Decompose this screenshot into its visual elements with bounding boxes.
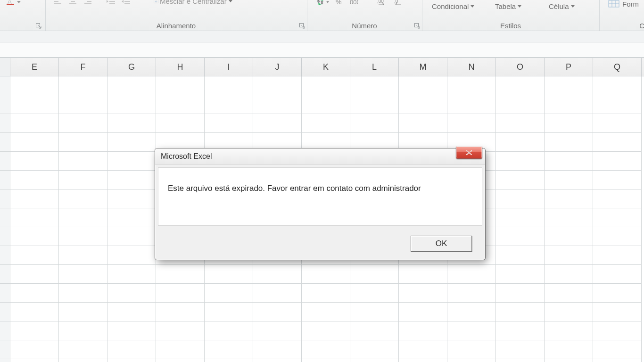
cell[interactable] bbox=[10, 227, 59, 246]
cell[interactable] bbox=[447, 76, 496, 95]
cell[interactable] bbox=[593, 265, 642, 284]
cell[interactable] bbox=[545, 208, 593, 227]
cell[interactable] bbox=[399, 340, 447, 359]
cell[interactable] bbox=[302, 114, 350, 133]
cell[interactable] bbox=[107, 284, 156, 303]
cell[interactable] bbox=[350, 114, 399, 133]
cell[interactable] bbox=[156, 95, 205, 114]
row-header[interactable] bbox=[0, 246, 10, 265]
cell[interactable] bbox=[399, 114, 447, 133]
row-header[interactable] bbox=[0, 265, 10, 284]
cell[interactable] bbox=[350, 95, 399, 114]
column-header[interactable]: I bbox=[205, 58, 253, 76]
column-header[interactable]: N bbox=[447, 58, 496, 76]
cell[interactable] bbox=[10, 265, 59, 284]
column-header[interactable]: L bbox=[350, 58, 399, 76]
row-header[interactable] bbox=[0, 95, 10, 114]
cell[interactable] bbox=[107, 359, 156, 362]
column-header[interactable]: M bbox=[399, 58, 447, 76]
column-header[interactable]: H bbox=[156, 58, 205, 76]
cell[interactable] bbox=[205, 76, 253, 95]
format-cells-button[interactable]: Form bbox=[622, 0, 639, 8]
cell[interactable] bbox=[302, 321, 350, 340]
cell[interactable] bbox=[593, 152, 642, 171]
font-dialog-launcher[interactable] bbox=[36, 22, 41, 28]
cell[interactable] bbox=[496, 284, 545, 303]
cell[interactable] bbox=[545, 76, 593, 95]
cell[interactable] bbox=[496, 95, 545, 114]
decrease-decimal-button[interactable]: ,0 bbox=[394, 0, 405, 5]
comma-format-button[interactable]: 000 bbox=[350, 0, 358, 5]
column-header[interactable]: F bbox=[59, 58, 107, 76]
cell[interactable] bbox=[205, 321, 253, 340]
cell[interactable] bbox=[205, 95, 253, 114]
cell[interactable] bbox=[205, 340, 253, 359]
dialog-close-button[interactable] bbox=[456, 147, 482, 159]
cell[interactable] bbox=[156, 265, 205, 284]
cell[interactable] bbox=[302, 265, 350, 284]
cell[interactable] bbox=[107, 246, 156, 265]
cell[interactable] bbox=[107, 265, 156, 284]
cell[interactable] bbox=[107, 152, 156, 171]
cell[interactable] bbox=[350, 359, 399, 362]
cell[interactable] bbox=[10, 152, 59, 171]
cell[interactable] bbox=[205, 265, 253, 284]
column-header[interactable]: P bbox=[545, 58, 593, 76]
cell[interactable] bbox=[59, 340, 107, 359]
cell[interactable] bbox=[350, 265, 399, 284]
cell[interactable] bbox=[10, 284, 59, 303]
cell[interactable] bbox=[107, 208, 156, 227]
cell[interactable] bbox=[302, 340, 350, 359]
cell[interactable] bbox=[593, 321, 642, 340]
cell[interactable] bbox=[447, 303, 496, 321]
row-header[interactable] bbox=[0, 76, 10, 95]
row-header[interactable] bbox=[0, 189, 10, 208]
cell[interactable] bbox=[156, 303, 205, 321]
cell[interactable] bbox=[253, 303, 302, 321]
cell[interactable] bbox=[205, 359, 253, 362]
cell[interactable] bbox=[253, 114, 302, 133]
cell[interactable] bbox=[253, 340, 302, 359]
cell[interactable] bbox=[10, 321, 59, 340]
row-header[interactable] bbox=[0, 171, 10, 189]
cell[interactable] bbox=[545, 133, 593, 152]
cell[interactable] bbox=[350, 340, 399, 359]
cell[interactable] bbox=[447, 114, 496, 133]
cell[interactable] bbox=[59, 171, 107, 189]
number-dialog-launcher[interactable] bbox=[414, 22, 420, 28]
row-header[interactable] bbox=[0, 227, 10, 246]
cell[interactable] bbox=[545, 152, 593, 171]
percent-format-button[interactable]: % bbox=[336, 0, 344, 5]
cell[interactable] bbox=[205, 114, 253, 133]
cell[interactable] bbox=[59, 76, 107, 95]
cell[interactable] bbox=[496, 303, 545, 321]
cell[interactable] bbox=[302, 359, 350, 362]
cell[interactable] bbox=[253, 321, 302, 340]
cell[interactable] bbox=[10, 171, 59, 189]
cell[interactable] bbox=[447, 265, 496, 284]
column-header[interactable]: E bbox=[10, 58, 59, 76]
cell[interactable] bbox=[496, 152, 545, 171]
cell[interactable] bbox=[107, 171, 156, 189]
cell[interactable] bbox=[107, 227, 156, 246]
cell[interactable] bbox=[59, 208, 107, 227]
cell[interactable] bbox=[593, 303, 642, 321]
cell[interactable] bbox=[545, 227, 593, 246]
cell[interactable] bbox=[10, 340, 59, 359]
row-header[interactable] bbox=[0, 114, 10, 133]
cell[interactable] bbox=[10, 95, 59, 114]
cell[interactable] bbox=[302, 284, 350, 303]
cell[interactable] bbox=[10, 133, 59, 152]
cell[interactable] bbox=[545, 359, 593, 362]
cell[interactable] bbox=[156, 284, 205, 303]
cell[interactable] bbox=[399, 76, 447, 95]
cell[interactable] bbox=[350, 303, 399, 321]
row-header[interactable] bbox=[0, 303, 10, 321]
row-header[interactable] bbox=[0, 321, 10, 340]
cell[interactable] bbox=[496, 340, 545, 359]
cell[interactable] bbox=[10, 114, 59, 133]
cell[interactable] bbox=[545, 265, 593, 284]
cell[interactable] bbox=[10, 246, 59, 265]
cell[interactable] bbox=[496, 133, 545, 152]
cell[interactable] bbox=[59, 189, 107, 208]
